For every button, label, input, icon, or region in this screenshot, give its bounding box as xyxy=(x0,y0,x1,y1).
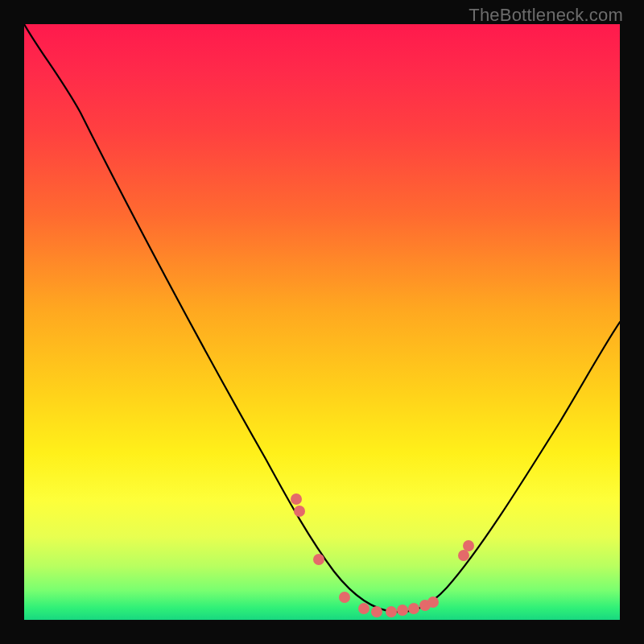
svg-point-11 xyxy=(458,550,469,561)
svg-point-8 xyxy=(408,603,419,614)
svg-point-3 xyxy=(339,592,350,603)
bottleneck-curve xyxy=(24,24,620,612)
svg-point-2 xyxy=(313,554,324,565)
watermark-text: TheBottleneck.com xyxy=(469,5,623,26)
svg-point-5 xyxy=(371,606,382,617)
svg-point-6 xyxy=(386,606,397,617)
svg-point-10 xyxy=(427,597,439,608)
plot-area xyxy=(24,24,620,620)
svg-point-1 xyxy=(294,506,305,517)
svg-point-4 xyxy=(358,603,369,614)
svg-point-12 xyxy=(463,540,474,551)
svg-point-0 xyxy=(291,493,302,505)
highlight-dots xyxy=(291,493,474,617)
curve-layer xyxy=(24,24,620,620)
chart-frame: TheBottleneck.com xyxy=(0,0,644,644)
svg-point-7 xyxy=(397,605,408,616)
